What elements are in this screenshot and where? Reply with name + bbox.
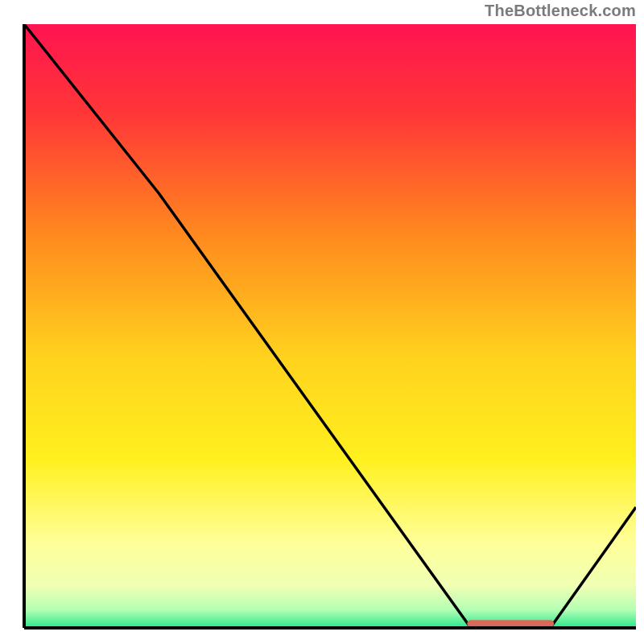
bottleneck-plot [0,0,644,644]
chart-container: TheBottleneck.com [0,0,644,644]
attribution-label: TheBottleneck.com [485,2,636,20]
gradient-background [24,24,636,628]
